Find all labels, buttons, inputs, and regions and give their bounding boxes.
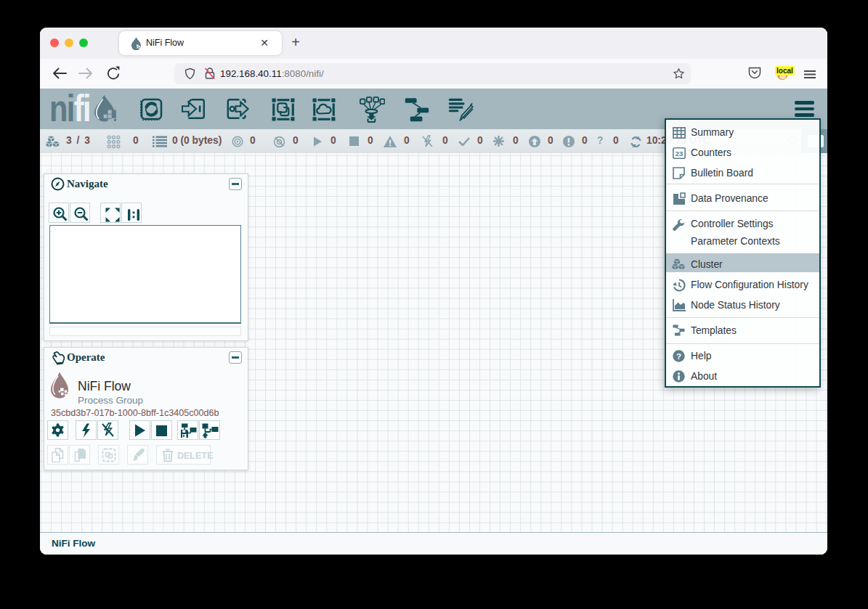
svg-text:23: 23 xyxy=(676,150,684,158)
svg-text:?: ? xyxy=(676,352,681,361)
